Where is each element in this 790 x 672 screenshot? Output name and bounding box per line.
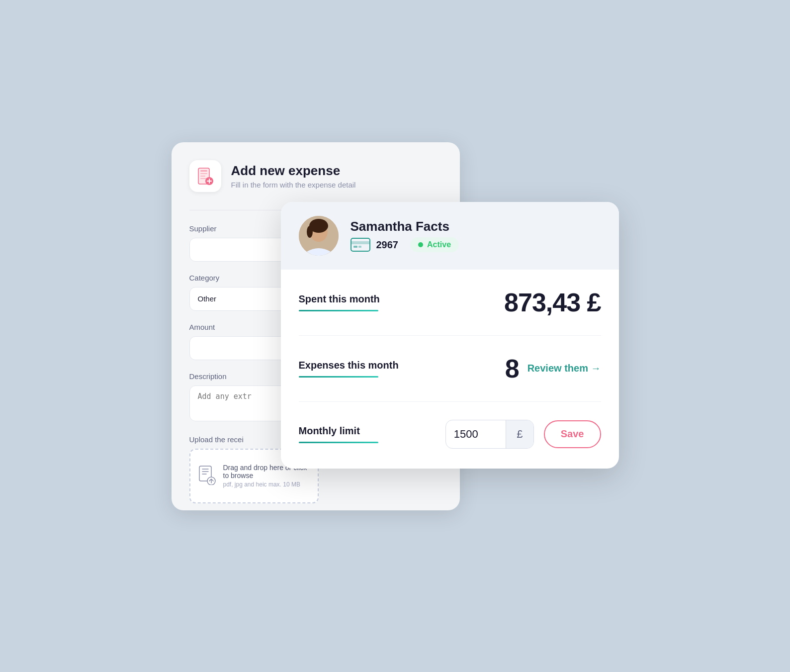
svg-rect-4 — [200, 178, 206, 179]
svg-rect-16 — [351, 241, 370, 244]
svg-rect-2 — [200, 173, 207, 174]
expenses-label-block: Expenses this month — [299, 360, 505, 378]
user-profile-header: Samantha Facts 2967 Active — [281, 202, 619, 270]
app-icon — [189, 160, 221, 192]
limit-input-wrap: £ — [445, 420, 534, 449]
expenses-row: Expenses this month 8 Review them → — [299, 354, 601, 384]
upload-icon — [198, 465, 216, 487]
svg-rect-15 — [351, 238, 370, 251]
review-link[interactable]: Review them → — [527, 363, 601, 374]
spent-value: 873,43 £ — [504, 288, 601, 317]
spent-label: Spent this month — [299, 293, 505, 305]
limit-controls: £ Save — [445, 420, 601, 449]
expenses-underline — [299, 376, 378, 378]
expense-count: 8 — [505, 354, 520, 384]
limit-label-block: Monthly limit — [299, 425, 445, 443]
limit-input[interactable] — [446, 420, 506, 448]
expenses-label: Expenses this month — [299, 360, 505, 371]
limit-label: Monthly limit — [299, 425, 445, 437]
svg-rect-3 — [200, 176, 205, 177]
card-front-body: Spent this month 873,43 £ Expenses this … — [281, 270, 619, 469]
limit-underline — [299, 442, 378, 443]
svg-rect-1 — [200, 170, 207, 172]
card-title: Add new expense — [231, 163, 356, 179]
svg-rect-18 — [358, 246, 361, 248]
monthly-limit-row: Monthly limit £ Save — [299, 420, 601, 449]
divider-2 — [299, 401, 601, 402]
status-text: Active — [427, 240, 451, 249]
limit-currency: £ — [506, 420, 533, 448]
divider-1 — [299, 335, 601, 336]
card-subtitle: Fill in the form with the expense detail — [231, 181, 356, 189]
user-name: Samantha Facts — [351, 219, 459, 234]
spent-label-block: Spent this month — [299, 293, 505, 311]
expenses-value-row: 8 Review them → — [505, 354, 601, 384]
credit-card-icon — [351, 238, 370, 252]
spent-underline — [299, 310, 378, 311]
user-stats-card: Samantha Facts 2967 Active — [281, 202, 619, 469]
upload-sub-text: pdf, jpg and heic max. 10 MB — [223, 481, 310, 488]
save-button[interactable]: Save — [544, 420, 601, 448]
card-number: 2967 — [376, 239, 399, 251]
status-badge: Active — [410, 237, 459, 252]
user-info: Samantha Facts 2967 Active — [351, 219, 459, 252]
svg-point-14 — [307, 226, 313, 238]
avatar — [299, 216, 339, 256]
card-back-header: Add new expense Fill in the form with th… — [189, 160, 442, 192]
active-dot — [418, 242, 423, 247]
card-back-title: Add new expense Fill in the form with th… — [231, 163, 356, 189]
svg-rect-17 — [353, 246, 357, 248]
card-info-row: 2967 Active — [351, 237, 459, 252]
spent-row: Spent this month 873,43 £ — [299, 288, 601, 317]
